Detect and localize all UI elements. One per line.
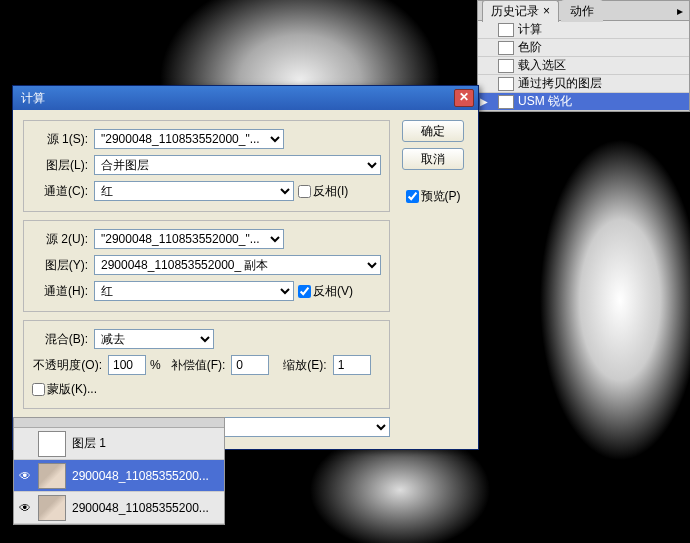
opacity-label: 不透明度(O): — [32, 357, 102, 374]
scale-label: 缩放(E): — [283, 357, 326, 374]
panel-menu-icon[interactable]: ▸ — [671, 4, 689, 18]
source1-channel-select[interactable]: 红 — [94, 181, 294, 201]
source2-file-select[interactable]: "2900048_110853552000_"... — [94, 229, 284, 249]
dialog-title: 计算 — [21, 90, 454, 107]
dialog-titlebar[interactable]: 计算 ✕ — [13, 86, 478, 110]
source2-group: 源 2(U): "2900048_110853552000_"... 图层(Y)… — [23, 220, 390, 312]
ok-button[interactable]: 确定 — [402, 120, 464, 142]
visibility-icon[interactable]: 👁 — [18, 469, 32, 483]
history-item[interactable]: 载入选区 — [478, 57, 689, 75]
offset-input[interactable] — [231, 355, 269, 375]
percent-label: % — [150, 358, 161, 372]
cancel-button[interactable]: 取消 — [402, 148, 464, 170]
source1-file-select[interactable]: "2900048_110853552000_"... — [94, 129, 284, 149]
source1-layer-select[interactable]: 合并图层 — [94, 155, 381, 175]
layers-panel: 图层 1 👁 2900048_11085355200... 👁 2900048_… — [13, 417, 225, 525]
source2-layer-select[interactable]: 2900048_110853552000_ 副本 — [94, 255, 381, 275]
source1-group: 源 1(S): "2900048_110853552000_"... 图层(L)… — [23, 120, 390, 212]
source1-layer-label: 图层(L): — [32, 157, 88, 174]
panel-tabs: 历史记录× 动作 ▸ — [478, 1, 689, 21]
layer-thumbnail-icon — [38, 463, 66, 489]
source2-legend: 源 2(U): — [32, 231, 88, 248]
layer-row[interactable]: 图层 1 — [14, 428, 224, 460]
layer-row[interactable]: 👁 2900048_11085355200... — [14, 492, 224, 524]
source1-legend: 源 1(S): — [32, 131, 88, 148]
history-step-icon — [498, 41, 514, 55]
history-step-icon — [498, 77, 514, 91]
source2-channel-label: 通道(H): — [32, 283, 88, 300]
tab-actions[interactable]: 动作 — [561, 0, 603, 22]
history-item[interactable]: 通过拷贝的图层 — [478, 75, 689, 93]
current-arrow-icon: ▶ — [480, 96, 488, 107]
mask-checkbox[interactable]: 蒙版(K)... — [32, 381, 97, 398]
source2-channel-select[interactable]: 红 — [94, 281, 294, 301]
preview-checkbox[interactable]: 预览(P) — [406, 188, 461, 205]
close-button[interactable]: ✕ — [454, 89, 474, 107]
history-step-icon — [498, 95, 514, 109]
source2-invert-checkbox[interactable]: 反相(V) — [298, 283, 353, 300]
source1-invert-checkbox[interactable]: 反相(I) — [298, 183, 348, 200]
opacity-input[interactable] — [108, 355, 146, 375]
history-panel: 历史记录× 动作 ▸ 计算 色阶 载入选区 通过拷贝的图层 ▶USM 锐化 — [477, 0, 690, 112]
visibility-icon[interactable]: 👁 — [18, 501, 32, 515]
history-item[interactable]: 计算 — [478, 21, 689, 39]
layer-row[interactable]: 👁 2900048_11085355200... — [14, 460, 224, 492]
layers-header — [14, 418, 224, 428]
blend-label: 混合(B): — [32, 331, 88, 348]
layer-thumbnail-icon — [38, 495, 66, 521]
blend-group: 混合(B): 减去 不透明度(O): % 补偿值(F): 缩放(E): 蒙版(K… — [23, 320, 390, 409]
layer-thumbnail-icon — [38, 431, 66, 457]
history-step-icon — [498, 59, 514, 73]
history-step-icon — [498, 23, 514, 37]
layer-name: 2900048_11085355200... — [72, 469, 220, 483]
close-icon[interactable]: × — [543, 4, 550, 18]
source1-channel-label: 通道(C): — [32, 183, 88, 200]
layer-name: 2900048_11085355200... — [72, 501, 220, 515]
layer-name: 图层 1 — [72, 435, 220, 452]
offset-label: 补偿值(F): — [171, 357, 226, 374]
source2-layer-label: 图层(Y): — [32, 257, 88, 274]
history-item[interactable]: ▶USM 锐化 — [478, 93, 689, 111]
history-item[interactable]: 色阶 — [478, 39, 689, 57]
scale-input[interactable] — [333, 355, 371, 375]
calculations-dialog: 计算 ✕ 源 1(S): "2900048_110853552000_"... … — [12, 85, 479, 450]
tab-history[interactable]: 历史记录× — [482, 0, 559, 22]
blend-mode-select[interactable]: 减去 — [94, 329, 214, 349]
